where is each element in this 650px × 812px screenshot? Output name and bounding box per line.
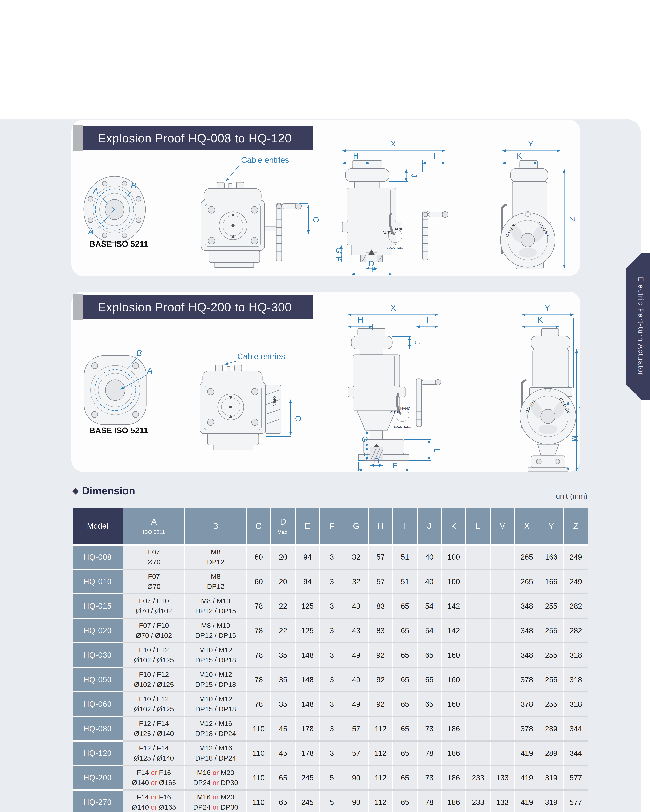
value-cell: 94 bbox=[295, 545, 320, 569]
value-cell: 78 bbox=[246, 594, 271, 618]
base-iso-label-2: BASE ISO 5211 bbox=[89, 426, 148, 435]
dim-label-h-2: H bbox=[358, 316, 363, 324]
value-cell: 265 bbox=[515, 545, 539, 569]
value-cell: 45 bbox=[271, 716, 295, 741]
value-cell: 83 bbox=[369, 618, 393, 643]
value-cell: 90 bbox=[344, 765, 369, 790]
model-cell: HQ-015 bbox=[73, 594, 123, 618]
base-iso-label-1: BASE ISO 5211 bbox=[89, 240, 148, 249]
value-cell: 233 bbox=[466, 765, 490, 790]
cell-a: F07 / F10Ø70 / Ø102 bbox=[123, 594, 185, 618]
side-view-2: OPEN CLOSE Y K Z M bbox=[520, 304, 580, 471]
table-row-hq-060: HQ-060F10 / F12Ø102 / Ø125M10 / M12DP15 … bbox=[73, 692, 588, 716]
value-cell: 78 bbox=[417, 716, 442, 741]
dim-label-g-2: G bbox=[361, 436, 369, 442]
dim-label-m-2: M bbox=[571, 435, 579, 442]
value-cell: 40 bbox=[417, 545, 442, 569]
value-cell bbox=[466, 618, 490, 643]
model-cell: HQ-120 bbox=[73, 741, 123, 765]
value-cell: 94 bbox=[295, 569, 320, 594]
auto-label-2: AUTO bbox=[390, 410, 400, 414]
value-cell: 378 bbox=[515, 667, 539, 692]
col-header-h: H bbox=[369, 508, 393, 545]
dim-label-f-1: F bbox=[335, 256, 343, 261]
value-cell: 133 bbox=[490, 790, 515, 812]
value-cell: 35 bbox=[271, 667, 295, 692]
front-view-1: C Cable entries bbox=[201, 156, 320, 268]
value-cell bbox=[490, 667, 515, 692]
col-header-a: AISO 5211 bbox=[123, 508, 185, 545]
section-title-1: Explosion Proof HQ-008 to HQ-120 bbox=[83, 126, 313, 150]
value-cell: 577 bbox=[563, 765, 588, 790]
value-cell: 282 bbox=[563, 594, 588, 618]
value-cell bbox=[466, 667, 490, 692]
value-cell bbox=[466, 741, 490, 765]
value-cell: 65 bbox=[417, 692, 442, 716]
value-cell: 160 bbox=[442, 667, 466, 692]
cell-b: M16 or M20DP24 or DP30 bbox=[185, 765, 246, 790]
dim-label-e-2: E bbox=[392, 461, 398, 470]
value-cell: 92 bbox=[369, 667, 393, 692]
dim-front-view-2: AUTO HAND LOCK HOLE X H I J G F D bbox=[348, 304, 441, 471]
value-cell: 51 bbox=[393, 569, 417, 594]
value-cell: 20 bbox=[271, 569, 295, 594]
dimension-table: ModelAISO 5211BCDMax.EFGHIJKLMXYZHQ-008F… bbox=[73, 508, 588, 812]
table-row-hq-080: HQ-080F12 / F14Ø125 / Ø140M12 / M16DP18 … bbox=[73, 716, 588, 741]
dim-label-l-2: L bbox=[433, 449, 441, 453]
cell-b: M8DP12 bbox=[185, 545, 246, 569]
value-cell: 142 bbox=[442, 594, 466, 618]
value-cell: 166 bbox=[539, 569, 563, 594]
col-header-c: C bbox=[246, 508, 271, 545]
door-open-label-2: OPEN bbox=[272, 396, 277, 406]
banner-accent-bar-2 bbox=[73, 294, 83, 320]
table-row-hq-050: HQ-050F10 / F12Ø102 / Ø125M10 / M12DP15 … bbox=[73, 667, 588, 692]
value-cell: 233 bbox=[466, 790, 490, 812]
value-cell: 100 bbox=[442, 569, 466, 594]
value-cell: 22 bbox=[271, 618, 295, 643]
value-cell: 65 bbox=[393, 716, 417, 741]
value-cell: 32 bbox=[344, 569, 369, 594]
value-cell: 3 bbox=[320, 667, 344, 692]
value-cell: 112 bbox=[369, 716, 393, 741]
value-cell: 112 bbox=[369, 741, 393, 765]
col-header-k: K bbox=[442, 508, 466, 545]
model-cell: HQ-008 bbox=[73, 545, 123, 569]
value-cell: 35 bbox=[271, 692, 295, 716]
flange-label-a2: A bbox=[88, 227, 94, 236]
value-cell: 60 bbox=[246, 545, 271, 569]
value-cell: 5 bbox=[320, 765, 344, 790]
value-cell: 20 bbox=[271, 545, 295, 569]
cell-b: M12 / M16DP18 / DP24 bbox=[185, 716, 246, 741]
value-cell: 65 bbox=[393, 594, 417, 618]
model-cell: HQ-050 bbox=[73, 667, 123, 692]
flange-label-a: A bbox=[92, 186, 98, 196]
value-cell: 255 bbox=[539, 594, 563, 618]
value-cell: 49 bbox=[344, 643, 369, 667]
value-cell bbox=[466, 643, 490, 667]
cell-b: M8 / M10DP12 / DP15 bbox=[185, 618, 246, 643]
value-cell: 255 bbox=[539, 618, 563, 643]
col-header-i: I bbox=[393, 508, 417, 545]
col-header-m: M bbox=[490, 508, 515, 545]
dim-label-k-2: K bbox=[538, 316, 543, 324]
value-cell: 57 bbox=[369, 569, 393, 594]
value-cell bbox=[490, 569, 515, 594]
value-cell bbox=[490, 594, 515, 618]
cell-b: M10 / M12DP15 / DP18 bbox=[185, 667, 246, 692]
value-cell: 249 bbox=[563, 545, 588, 569]
value-cell: 3 bbox=[320, 741, 344, 765]
value-cell: 35 bbox=[271, 643, 295, 667]
flange-view-1: A A B bbox=[84, 176, 145, 243]
value-cell: 78 bbox=[417, 765, 442, 790]
value-cell bbox=[490, 692, 515, 716]
value-cell: 112 bbox=[369, 765, 393, 790]
value-cell: 78 bbox=[417, 741, 442, 765]
value-cell: 65 bbox=[393, 667, 417, 692]
value-cell: 65 bbox=[393, 765, 417, 790]
table-row-hq-030: HQ-030F10 / F12Ø102 / Ø125M10 / M12DP15 … bbox=[73, 643, 588, 667]
section-title-1-text: Explosion Proof HQ-008 to HQ-120 bbox=[98, 131, 292, 145]
value-cell: 186 bbox=[442, 741, 466, 765]
value-cell: 110 bbox=[246, 741, 271, 765]
value-cell: 57 bbox=[344, 741, 369, 765]
value-cell bbox=[466, 716, 490, 741]
